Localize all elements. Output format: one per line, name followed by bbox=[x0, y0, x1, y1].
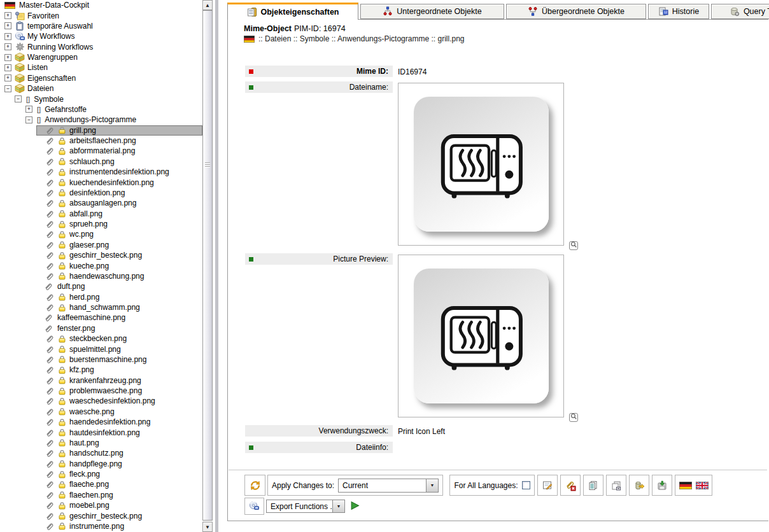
tree-root[interactable]: Master-Data-Cockpit bbox=[0, 0, 202, 10]
package-icon bbox=[15, 83, 25, 94]
tree-item-file[interactable]: geschirr_besteck.png bbox=[0, 250, 202, 260]
attachment-icon bbox=[45, 407, 54, 416]
tree-item-file[interactable]: instrumente.png bbox=[0, 521, 202, 531]
save-download-icon bbox=[656, 480, 668, 491]
lock-icon bbox=[58, 418, 66, 426]
tree-item-file[interactable]: arbeitsflaechen.png bbox=[0, 136, 202, 146]
tab-query-tool[interactable]: Query Tool bbox=[711, 4, 769, 19]
expand-toggle[interactable]: + bbox=[4, 33, 11, 40]
tree-item-file[interactable]: absauganlagen.png bbox=[0, 198, 202, 208]
duplicate-remove-button[interactable] bbox=[606, 475, 626, 496]
tree-item-file[interactable]: grill.png bbox=[0, 125, 202, 136]
expand-toggle[interactable]: + bbox=[4, 74, 11, 81]
expand-toggle[interactable]: + bbox=[25, 106, 32, 113]
tree-item-file[interactable]: abformmaterial.png bbox=[0, 146, 202, 156]
collapse-toggle[interactable]: − bbox=[15, 95, 22, 102]
scrollbar-thumb[interactable] bbox=[202, 10, 213, 521]
tree-item[interactable]: +[]Gefahrstoffe bbox=[0, 104, 202, 115]
tree-item-file[interactable]: handpflege.png bbox=[0, 459, 202, 469]
tree-item-file[interactable]: handschutz.png bbox=[0, 448, 202, 458]
zoom-button[interactable] bbox=[569, 413, 578, 422]
expand-toggle[interactable]: + bbox=[4, 43, 11, 50]
tree-item-file[interactable]: waesche.png bbox=[0, 407, 202, 417]
scroll-down-button[interactable]: ▼ bbox=[202, 522, 213, 532]
tree-item-file[interactable]: wc.png bbox=[0, 229, 202, 239]
tree-item-file[interactable]: hand_schwamm.png bbox=[0, 302, 202, 312]
tree-item[interactable]: +Running Workflows bbox=[0, 42, 202, 52]
tree-item-file[interactable]: desinfektion.png bbox=[0, 188, 202, 198]
copy-button[interactable] bbox=[583, 475, 603, 496]
tree-item-file[interactable]: problemwaesche.png bbox=[0, 386, 202, 396]
apply-changes-select[interactable]: Current ▼ bbox=[338, 479, 439, 493]
tree-item[interactable]: +Eigenschaften bbox=[0, 73, 202, 83]
export-media-button[interactable] bbox=[244, 498, 264, 515]
field-label: Picture Preview: bbox=[253, 255, 393, 263]
lock-icon bbox=[58, 147, 66, 155]
tree-item[interactable]: −[]Symbole bbox=[0, 94, 202, 104]
expand-toggle[interactable]: + bbox=[4, 22, 11, 29]
tree-item-file[interactable]: buerstenmaschine.png bbox=[0, 354, 202, 365]
tree-item-file[interactable]: sprueh.png bbox=[0, 219, 202, 229]
tree-item-file[interactable]: spuelmittel.png bbox=[0, 344, 202, 354]
tree-item-file[interactable]: moebel.png bbox=[0, 500, 202, 510]
expand-toggle[interactable]: + bbox=[4, 64, 11, 71]
tree-item-file[interactable]: duft.png bbox=[0, 281, 202, 291]
tree-item-file[interactable]: fenster.png bbox=[0, 323, 202, 333]
tree-item-file[interactable]: instrumentendesinfektion.png bbox=[0, 167, 202, 177]
tree-item-file[interactable]: abfall.png bbox=[0, 209, 202, 219]
save-button[interactable] bbox=[652, 475, 672, 496]
tree-item-file[interactable]: haendedesinfektion.png bbox=[0, 417, 202, 427]
tree-item-file[interactable]: fleck.png bbox=[0, 469, 202, 479]
run-export-button[interactable] bbox=[350, 501, 360, 511]
chevron-down-icon[interactable]: ▼ bbox=[426, 479, 438, 492]
tree-item-file[interactable]: waeschedesinfektion.png bbox=[0, 396, 202, 406]
tree-item-file[interactable]: haut.png bbox=[0, 438, 202, 448]
export-object-button[interactable] bbox=[629, 475, 649, 496]
tree-item[interactable]: +Listen bbox=[0, 62, 202, 73]
zoom-button[interactable] bbox=[569, 241, 578, 250]
field-label: Dateiinfo: bbox=[253, 443, 393, 452]
expand-toggle[interactable]: + bbox=[4, 12, 11, 19]
tree-item-file[interactable]: geschirr_besteck.png bbox=[0, 510, 202, 521]
tree-item-file[interactable]: steckbecken.png bbox=[0, 333, 202, 344]
lock-icon bbox=[58, 126, 66, 134]
collapse-toggle[interactable]: − bbox=[4, 85, 11, 92]
tree-item[interactable]: −Dateien bbox=[0, 83, 202, 94]
tree-item-file[interactable]: schlauch.png bbox=[0, 157, 202, 167]
tab-objekteigenschaften[interactable]: Objekteigenschaften bbox=[227, 3, 358, 20]
lock-icon bbox=[58, 366, 66, 374]
collapse-toggle[interactable]: − bbox=[25, 116, 32, 123]
tree-scrollbar[interactable]: ▲ ▼ bbox=[202, 0, 213, 532]
remove-attachment-button[interactable] bbox=[560, 475, 581, 496]
tree-item-file[interactable]: hautdesinfektion.png bbox=[0, 427, 202, 437]
language-flags-button[interactable] bbox=[675, 475, 712, 496]
lock-icon bbox=[58, 522, 66, 530]
tree-item[interactable]: +Favoriten bbox=[0, 10, 202, 20]
tab-historie[interactable]: 12Historie bbox=[648, 4, 709, 19]
tab-untergeordnete-objekte[interactable]: Untergeordnete Objekte bbox=[360, 4, 504, 19]
tree-item-file[interactable]: kuechendesinfektion.png bbox=[0, 177, 202, 187]
export-functions-select[interactable]: Export Functions ... ▼ bbox=[266, 500, 345, 513]
tree-item-file[interactable]: flaechen.png bbox=[0, 490, 202, 500]
tree-item[interactable]: +My Workflows bbox=[0, 31, 202, 41]
scroll-up-button[interactable]: ▲ bbox=[202, 0, 213, 10]
pane-splitter[interactable] bbox=[214, 0, 220, 532]
tree-item[interactable]: +Warengruppen bbox=[0, 52, 202, 62]
tree-item-file[interactable]: herd.png bbox=[0, 292, 202, 302]
tree-item-file[interactable]: kaffeemaschine.png bbox=[0, 312, 202, 323]
tree-item-file[interactable]: flaeche.png bbox=[0, 479, 202, 489]
tab--bergeordnete-objekte[interactable]: Übergeordnete Objekte bbox=[506, 4, 646, 19]
tree-item-file[interactable]: haendewaschung.png bbox=[0, 271, 202, 281]
tree-item-file[interactable]: glaeser.png bbox=[0, 240, 202, 250]
tree-item[interactable]: +temporäre Auswahl bbox=[0, 21, 202, 31]
tree-item[interactable]: −[]Anwendungs-Pictogramme bbox=[0, 115, 202, 125]
edit-button[interactable] bbox=[537, 475, 558, 496]
refresh-button[interactable] bbox=[244, 475, 265, 496]
chevron-down-icon[interactable]: ▼ bbox=[332, 500, 344, 512]
for-all-languages-checkbox[interactable] bbox=[522, 481, 530, 489]
tree-item-file[interactable]: kfz.png bbox=[0, 365, 202, 375]
tree-item-file[interactable]: kueche.png bbox=[0, 260, 202, 270]
attachment-icon bbox=[45, 417, 54, 426]
tree-item-file[interactable]: krankenfahrzeug.png bbox=[0, 375, 202, 386]
expand-toggle[interactable]: + bbox=[4, 54, 11, 61]
